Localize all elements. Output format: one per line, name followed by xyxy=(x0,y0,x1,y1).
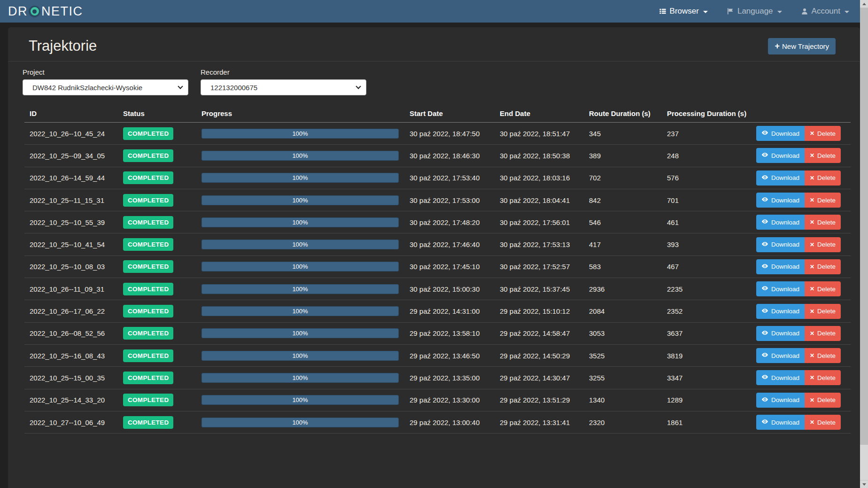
delete-button[interactable]: ✕ Delete xyxy=(805,215,841,230)
delete-button[interactable]: ✕ Delete xyxy=(805,393,841,408)
scroll-up-button[interactable] xyxy=(860,0,868,8)
end-date: 29 paź 2022, 14:50:29 xyxy=(500,352,589,360)
table-row: 2022_10_25--10_41_54 COMPLETED 100% 30 p… xyxy=(24,233,851,256)
download-button[interactable]: Download xyxy=(756,415,805,430)
eye-icon xyxy=(761,240,768,249)
end-date: 29 paź 2022, 13:31:41 xyxy=(500,418,589,426)
row-actions: Download ✕ Delete xyxy=(756,348,841,363)
delete-button[interactable]: ✕ Delete xyxy=(805,126,841,141)
delete-button[interactable]: ✕ Delete xyxy=(805,326,841,341)
download-button[interactable]: Download xyxy=(756,393,805,408)
table-header-row: ID Status Progress Start Date End Date R… xyxy=(24,105,851,123)
brand-logo[interactable]: DR NETIC xyxy=(8,4,83,19)
delete-button[interactable]: ✕ Delete xyxy=(805,281,841,296)
start-date: 30 paź 2022, 17:45:10 xyxy=(410,263,500,271)
status-badge: COMPLETED xyxy=(123,283,173,295)
eye-icon xyxy=(761,351,768,360)
table-row: 2022_10_26--17_06_22 COMPLETED 100% 29 p… xyxy=(24,300,851,322)
download-button[interactable]: Download xyxy=(756,237,805,252)
eye-icon xyxy=(761,151,768,160)
x-icon: ✕ xyxy=(810,352,814,359)
download-button[interactable]: Download xyxy=(756,193,805,208)
user-icon xyxy=(801,8,808,15)
download-button[interactable]: Download xyxy=(756,126,805,141)
trajectories-table: ID Status Progress Start Date End Date R… xyxy=(24,105,851,434)
processing-duration: 701 xyxy=(667,196,756,204)
processing-duration: 3637 xyxy=(667,329,756,337)
delete-label: Delete xyxy=(817,152,836,159)
download-button[interactable]: Download xyxy=(756,281,805,296)
navbar: DR NETIC Browser Language Account xyxy=(0,0,868,23)
row-actions: Download ✕ Delete xyxy=(756,304,841,319)
delete-button[interactable]: ✕ Delete xyxy=(805,370,841,385)
brand-text-pre: DR xyxy=(8,4,28,19)
route-duration: 1340 xyxy=(589,396,667,404)
row-actions: Download ✕ Delete xyxy=(756,215,841,230)
status-badge: COMPLETED xyxy=(123,238,173,251)
x-icon: ✕ xyxy=(810,308,814,315)
new-trajectory-button[interactable]: + New Trajectory xyxy=(768,38,836,54)
trajectory-id: 2022_10_26--17_06_22 xyxy=(24,307,123,315)
status-badge: COMPLETED xyxy=(123,327,173,340)
download-button[interactable]: Download xyxy=(756,148,805,163)
delete-label: Delete xyxy=(817,374,836,381)
download-button[interactable]: Download xyxy=(756,304,805,319)
progress-value: 100% xyxy=(292,286,308,293)
status-badge: COMPLETED xyxy=(123,171,173,184)
processing-duration: 461 xyxy=(667,218,756,226)
download-label: Download xyxy=(771,308,799,315)
processing-duration: 2235 xyxy=(667,285,756,293)
x-icon: ✕ xyxy=(810,241,814,248)
x-icon: ✕ xyxy=(810,175,814,181)
nav-item-browser[interactable]: Browser xyxy=(659,7,708,16)
nav-item-account[interactable]: Account xyxy=(801,7,849,16)
processing-duration: 467 xyxy=(667,263,756,271)
delete-button[interactable]: ✕ Delete xyxy=(805,259,841,274)
progress-bar: 100% xyxy=(202,240,399,249)
progress-bar: 100% xyxy=(202,173,399,183)
start-date: 29 paź 2022, 13:00:40 xyxy=(410,418,500,426)
delete-button[interactable]: ✕ Delete xyxy=(805,237,841,252)
delete-button[interactable]: ✕ Delete xyxy=(805,170,841,186)
progress-bar: 100% xyxy=(202,328,399,338)
download-button[interactable]: Download xyxy=(756,259,805,274)
table-row: 2022_10_25--15_00_35 COMPLETED 100% 29 p… xyxy=(24,367,851,389)
delete-button[interactable]: ✕ Delete xyxy=(805,415,841,430)
header-route-duration: Route Duration (s) xyxy=(589,109,667,117)
route-duration: 2084 xyxy=(589,307,667,315)
drone-logo-icon xyxy=(29,6,40,17)
scroll-down-button[interactable] xyxy=(860,480,868,488)
header-processing-duration: Processing Duration (s) xyxy=(667,109,756,117)
progress-value: 100% xyxy=(292,174,308,181)
end-date: 29 paź 2022, 14:30:47 xyxy=(500,374,589,382)
table-row: 2022_10_27--10_06_49 COMPLETED 100% 29 p… xyxy=(24,411,851,434)
download-button[interactable]: Download xyxy=(756,215,805,230)
delete-button[interactable]: ✕ Delete xyxy=(805,193,841,208)
route-duration: 702 xyxy=(589,174,667,182)
trajectory-id: 2022_10_26--08_52_56 xyxy=(24,329,123,337)
project-select[interactable]: DW842 RudnikSzlachecki-Wysokie xyxy=(23,79,188,95)
download-button[interactable]: Download xyxy=(756,348,805,363)
x-icon: ✕ xyxy=(810,219,814,225)
progress-value: 100% xyxy=(292,308,308,315)
download-button[interactable]: Download xyxy=(756,326,805,341)
status-badge: COMPLETED xyxy=(123,305,173,318)
nav-item-language[interactable]: Language xyxy=(727,7,782,16)
route-duration: 3255 xyxy=(589,374,667,382)
scrollbar-thumb[interactable] xyxy=(860,8,868,445)
download-button[interactable]: Download xyxy=(756,170,805,186)
start-date: 30 paź 2022, 18:47:50 xyxy=(410,130,500,138)
delete-button[interactable]: ✕ Delete xyxy=(805,148,841,163)
recorder-select[interactable]: 122132000675 xyxy=(201,79,366,95)
processing-duration: 237 xyxy=(667,130,756,138)
header-progress: Progress xyxy=(202,109,410,117)
end-date: 30 paź 2022, 18:04:41 xyxy=(500,196,589,204)
x-icon: ✕ xyxy=(810,330,814,337)
vertical-scrollbar[interactable] xyxy=(860,0,868,488)
progress-bar: 100% xyxy=(202,195,399,205)
progress-value: 100% xyxy=(292,352,308,359)
trajectory-id: 2022_10_26--14_59_44 xyxy=(24,174,123,182)
delete-button[interactable]: ✕ Delete xyxy=(805,348,841,363)
download-button[interactable]: Download xyxy=(756,370,805,385)
delete-button[interactable]: ✕ Delete xyxy=(805,304,841,319)
